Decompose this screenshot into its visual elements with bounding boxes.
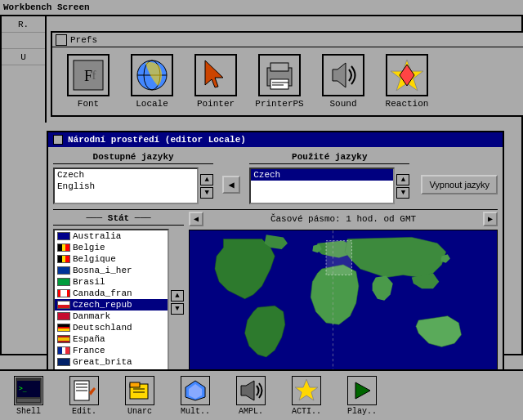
flag-bg: [57, 255, 70, 263]
used-lang-panel: Použité jazyky Czech ▲ ▼: [249, 152, 409, 204]
flag-br: [57, 278, 70, 286]
acti-label: ACTI..: [292, 407, 321, 416]
task-mult[interactable]: Mult..: [170, 376, 221, 416]
available-lang-list-container: Czech English ▲ ▼: [53, 168, 213, 204]
country-belgique[interactable]: Belgique: [55, 253, 168, 265]
workbench-title: Workbench Screen: [3, 2, 90, 12]
country-bosna[interactable]: Bosna_i_her: [55, 265, 168, 276]
disable-btn-container: Vypnout jazyky: [414, 165, 498, 204]
pref-icon-pointer[interactable]: Pointer: [186, 54, 245, 109]
ampl-label: AMPL.: [239, 407, 263, 416]
edit-label: Edit.: [72, 407, 96, 416]
used-scroll-down[interactable]: ▼: [396, 187, 409, 199]
country-canada[interactable]: Canada_fran: [55, 288, 168, 299]
tz-arrow-left[interactable]: ◀: [189, 212, 203, 226]
task-play[interactable]: Play..: [337, 376, 387, 416]
svg-rect-13: [270, 79, 288, 89]
available-lang-list[interactable]: Czech English: [53, 168, 199, 204]
task-acti[interactable]: ACTI..: [281, 376, 332, 416]
used-scroll: ▲ ▼: [396, 168, 409, 204]
locale-separator-line: [53, 209, 498, 210]
lang-item-english[interactable]: English: [55, 181, 197, 192]
pref-icon-sound[interactable]: Sound: [314, 54, 373, 109]
svg-text:f: f: [92, 69, 96, 82]
task-shell[interactable]: >_ Shell: [3, 376, 54, 416]
world-map: [189, 230, 498, 377]
svg-rect-36: [130, 382, 140, 387]
country-deutschland[interactable]: Deutschland: [55, 322, 168, 333]
mult-label: Mult..: [181, 407, 210, 416]
used-scroll-up[interactable]: ▲: [396, 174, 409, 185]
used-lang-list[interactable]: Czech: [249, 168, 395, 204]
country-panel-title: ─── Stát ───: [53, 212, 184, 226]
lang-move-arrow[interactable]: ◀: [222, 176, 240, 194]
country-list[interactable]: Australia Belgie Belgique: [53, 229, 169, 376]
disable-langs-btn[interactable]: Vypnout jazyky: [421, 175, 498, 194]
pref-icon-locale[interactable]: Locale: [123, 54, 181, 109]
prefs-body: F f Font Locale: [52, 47, 523, 115]
locale-icon: [131, 54, 173, 96]
svg-text:F: F: [84, 68, 92, 84]
used-lang-list-container: Czech ▲ ▼: [249, 168, 409, 204]
acti-icon: [292, 376, 321, 405]
country-great-britain[interactable]: Great_brita: [55, 356, 168, 368]
font-label: Font: [78, 99, 99, 109]
country-scroll-down[interactable]: ▼: [171, 303, 184, 315]
prefs-title: Prefs: [70, 35, 97, 45]
lang-item-czech[interactable]: Czech: [55, 169, 197, 181]
unarc-icon: [125, 376, 154, 405]
left-panel-u: U: [2, 49, 45, 65]
used-lang-item-czech[interactable]: Czech: [251, 169, 393, 181]
country-belgie[interactable]: Belgie: [55, 242, 168, 253]
unarc-label: Unarc: [127, 407, 152, 416]
timezone-text: Časové pásmo: 1 hod. od GMT: [270, 214, 416, 224]
flag-ba: [57, 266, 70, 275]
country-brasil[interactable]: Brasil: [55, 276, 168, 288]
reaction-icon: [386, 54, 428, 96]
flag-de: [57, 324, 70, 332]
tz-arrow-right[interactable]: ▶: [483, 212, 498, 226]
used-lang-title: Použité jazyky: [249, 152, 409, 164]
lang-move-arrow-container: ◀: [218, 165, 244, 204]
edit-icon: [69, 376, 99, 405]
country-france[interactable]: France: [55, 345, 168, 356]
country-czech[interactable]: Czech_repub: [55, 299, 168, 311]
svg-rect-23: [326, 241, 351, 275]
play-icon: [347, 376, 377, 405]
available-scroll-down[interactable]: ▼: [200, 187, 213, 199]
country-scroll-up[interactable]: ▲: [171, 290, 184, 302]
font-icon: F f: [67, 54, 110, 96]
country-map-section: ─── Stát ─── Australia Belgie: [53, 212, 498, 377]
locale-label: Locale: [136, 99, 168, 109]
pref-icon-font[interactable]: F f Font: [59, 54, 118, 109]
country-espana[interactable]: España: [55, 333, 168, 345]
taskbar: >_ Shell Edit.: [0, 369, 523, 420]
timezone-bar: ◀ Časové pásmo: 1 hod. od GMT ▶: [189, 212, 498, 226]
left-panel-spacer: [2, 33, 45, 49]
world-map-svg: [190, 230, 497, 376]
locale-title: Národní prostředí (editor Locale): [68, 135, 246, 145]
available-lang-title: Dostupné jazyky: [53, 152, 213, 164]
svg-rect-27: [17, 399, 40, 402]
available-lang-panel: Dostupné jazyky Czech English ▲ ▼: [53, 152, 213, 204]
pointer-label: Pointer: [197, 99, 235, 109]
task-ampl[interactable]: AMPL.: [226, 376, 276, 416]
shell-label: Shell: [16, 407, 41, 416]
pref-icon-printerps[interactable]: PrinterPS: [250, 54, 309, 109]
flag-gb: [57, 358, 70, 366]
locale-lang-section: Dostupné jazyky Czech English ▲ ▼: [53, 152, 498, 204]
country-australia[interactable]: Australia: [55, 230, 168, 242]
task-unarc[interactable]: Unarc: [114, 376, 165, 416]
pref-icon-reaction[interactable]: Reaction: [378, 54, 436, 109]
country-list-container: Australia Belgie Belgique: [53, 229, 184, 376]
pointer-icon: [194, 54, 237, 96]
locale-close-btn[interactable]: [53, 135, 63, 145]
shell-icon: >_: [14, 376, 43, 405]
workbench-titlebar: Workbench Screen: [0, 0, 523, 16]
country-danmark[interactable]: Danmark: [55, 311, 168, 322]
task-edit[interactable]: Edit.: [59, 376, 110, 416]
available-scroll-up[interactable]: ▲: [200, 174, 213, 185]
prefs-close-btn[interactable]: [56, 34, 67, 46]
ampl-icon: [236, 376, 266, 405]
left-panel-r: R.: [2, 16, 45, 33]
